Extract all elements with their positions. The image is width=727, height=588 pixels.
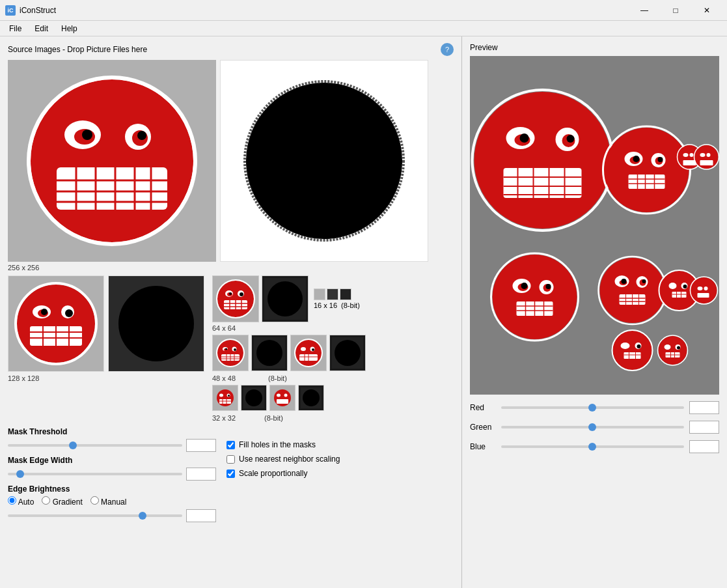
blue-value-input[interactable]: 127: [689, 440, 719, 453]
edge-brightness-input[interactable]: 200: [186, 509, 216, 522]
edge-auto-label: Auto: [18, 497, 34, 507]
svg-point-183: [613, 331, 652, 370]
edge-brightness-slider[interactable]: [8, 514, 182, 517]
edge-auto-option[interactable]: Auto: [8, 496, 34, 507]
svg-point-69: [256, 340, 282, 366]
green-label: Green: [470, 423, 496, 432]
green-slider[interactable]: [501, 426, 684, 428]
svg-point-73: [301, 347, 306, 351]
minimize-button[interactable]: —: [629, 0, 659, 21]
svg-point-71: [295, 340, 322, 366]
thumb-128-label: 128 x 128: [8, 374, 204, 382]
close-button[interactable]: ✕: [692, 0, 722, 21]
scale-proportionally-checkbox[interactable]: [226, 469, 235, 478]
mask-edge-width-slider[interactable]: [8, 473, 182, 475]
icon-16-2[interactable]: [327, 288, 338, 300]
svg-point-86: [228, 395, 230, 397]
svg-point-178: [691, 277, 717, 303]
titlebar: iC iConStruct — □ ✕: [0, 0, 727, 21]
svg-point-27: [65, 309, 73, 317]
menu-help[interactable]: Help: [55, 23, 84, 35]
svg-point-185: [621, 343, 630, 349]
svg-point-155: [600, 258, 665, 323]
edge-auto-radio[interactable]: [8, 496, 16, 505]
svg-point-20: [246, 83, 402, 239]
svg-point-29: [41, 309, 48, 315]
help-button[interactable]: ?: [441, 43, 454, 56]
edge-gradient-radio[interactable]: [42, 496, 50, 505]
icon-32-mask-2[interactable]: [298, 385, 324, 411]
svg-point-43: [240, 292, 243, 296]
main-image-size-label: 256 x 256: [8, 264, 216, 272]
svg-point-96: [284, 394, 288, 397]
svg-point-45: [229, 292, 232, 295]
icon-16-3[interactable]: [340, 288, 351, 300]
svg-point-55: [217, 340, 243, 366]
svg-point-134: [683, 153, 689, 157]
blue-label: Blue: [470, 442, 496, 451]
svg-rect-188: [624, 352, 641, 359]
edge-manual-option[interactable]: Manual: [90, 496, 127, 507]
green-value-input[interactable]: 127: [689, 421, 719, 434]
icon-16-8bit-label: (8-bit): [341, 301, 360, 309]
main-mask-image[interactable]: [220, 60, 428, 262]
svg-point-83: [217, 389, 234, 406]
fill-holes-checkbox[interactable]: [226, 441, 235, 449]
red-slider[interactable]: [501, 406, 684, 409]
svg-point-37: [118, 286, 194, 361]
svg-point-146: [546, 284, 551, 289]
left-panel: Source Images - Drop Picture Files here …: [0, 36, 462, 588]
thumbs-and-icons: 128 x 128: [8, 275, 454, 422]
nearest-neighbor-checkbox[interactable]: [226, 455, 235, 464]
icon-16-labels: 16 x 16 (8-bit): [314, 301, 360, 309]
icon-48-mask-2[interactable]: [329, 335, 366, 371]
scale-proportionally-label: Scale proportionally: [239, 469, 307, 478]
svg-point-39: [217, 281, 254, 317]
mask-threshold-slider-container: [8, 440, 182, 451]
svg-point-182: [704, 287, 708, 290]
icon-48-color-2[interactable]: [290, 335, 327, 371]
mask-threshold-row: 94: [8, 439, 216, 452]
svg-point-95: [277, 394, 281, 397]
green-control: Green 127: [470, 421, 719, 434]
preview-panel[interactable]: [470, 56, 719, 395]
icon-16-1[interactable]: [314, 288, 325, 300]
icons-section: 16 x 16 (8-bit) 64 x 64: [212, 275, 454, 422]
edge-manual-radio[interactable]: [90, 496, 99, 505]
svg-point-162: [622, 279, 627, 284]
red-value-input[interactable]: 127: [689, 401, 719, 414]
thumb-128-color[interactable]: [8, 275, 104, 372]
icon-64-mask[interactable]: [262, 275, 309, 322]
color-controls: Red 127 Green 127 Blue 127: [470, 401, 719, 453]
icon-32-mask[interactable]: [241, 385, 267, 411]
icon-32-color-2[interactable]: [269, 385, 295, 411]
icon-48-mask[interactable]: [251, 335, 288, 371]
icon-32-color[interactable]: [212, 385, 238, 411]
svg-point-94: [274, 389, 291, 406]
edge-gradient-option[interactable]: Gradient: [42, 496, 82, 507]
svg-point-23: [17, 285, 95, 363]
blue-slider[interactable]: [501, 445, 684, 448]
main-mask-image-container: [220, 60, 428, 272]
svg-point-61: [225, 348, 227, 350]
svg-point-99: [303, 389, 320, 406]
svg-point-75: [312, 348, 314, 351]
right-controls: Fill holes in the masks Use nearest neig…: [226, 427, 454, 526]
mask-threshold-slider[interactable]: [8, 444, 182, 447]
mask-threshold-input[interactable]: 94: [186, 439, 216, 452]
svg-point-140: [707, 153, 711, 157]
svg-point-196: [677, 346, 680, 350]
thumb-128-mask[interactable]: [108, 275, 204, 372]
svg-point-160: [642, 279, 646, 283]
svg-point-101: [474, 92, 611, 229]
icon-64-color[interactable]: [212, 275, 259, 322]
mask-edge-width-input[interactable]: 1: [186, 468, 216, 481]
left-controls: Mask Threshold 94 Mask Edge Width 1: [8, 427, 216, 526]
edge-manual-label: Manual: [101, 497, 126, 507]
menu-file[interactable]: File: [3, 23, 28, 35]
maximize-button[interactable]: □: [661, 0, 691, 21]
main-color-image[interactable]: [8, 60, 216, 262]
icon-48-color[interactable]: [212, 335, 249, 371]
svg-point-81: [335, 340, 361, 366]
menu-edit[interactable]: Edit: [28, 23, 55, 35]
